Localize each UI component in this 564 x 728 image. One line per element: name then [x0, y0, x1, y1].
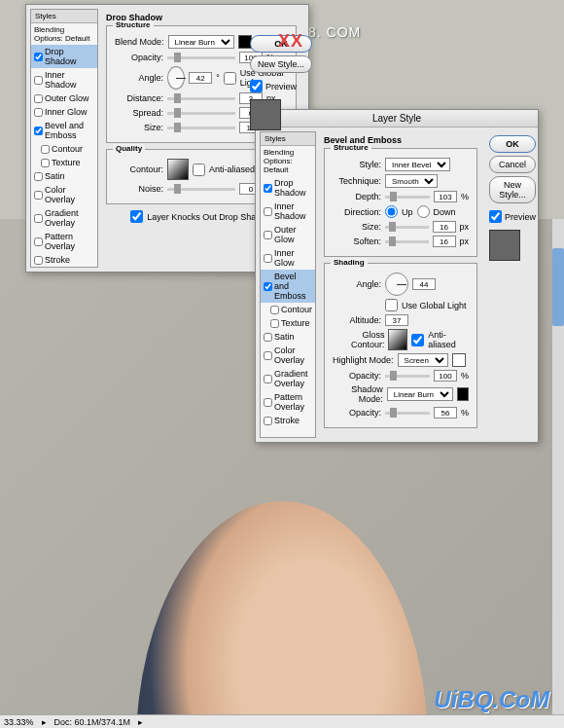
technique-select[interactable]: Smooth: [385, 174, 438, 188]
angle-dial-2[interactable]: [385, 273, 408, 296]
cb-color-overlay[interactable]: [34, 191, 43, 200]
contour-picker[interactable]: [167, 159, 189, 180]
style-blending-2[interactable]: Blending Options: Default: [261, 146, 315, 176]
style-texture-2[interactable]: Texture: [261, 316, 315, 330]
bevel-style-select[interactable]: Inner Bevel: [385, 158, 450, 171]
style-outer-glow-2[interactable]: Outer Glow: [261, 223, 315, 246]
spread-slider[interactable]: [167, 112, 235, 115]
cb-drop-shadow[interactable]: [34, 53, 43, 61]
styles-header[interactable]: Styles: [31, 10, 97, 23]
quality-title: Quality: [113, 144, 145, 153]
cb-pat-overlay[interactable]: [34, 237, 43, 246]
style-stroke[interactable]: Stroke: [31, 253, 97, 267]
cb-outer-glow[interactable]: [34, 94, 43, 103]
style-outer-glow[interactable]: Outer Glow: [31, 91, 97, 105]
style-grad-overlay-2[interactable]: Gradient Overlay: [261, 367, 315, 390]
highlight-mode-select[interactable]: Screen: [398, 353, 448, 367]
cb-contour-2[interactable]: [270, 306, 279, 314]
style-inner-glow-2[interactable]: Inner Glow: [261, 246, 315, 270]
cb-drop-shadow-2[interactable]: [264, 184, 272, 193]
style-stroke-2[interactable]: Stroke: [261, 414, 315, 427]
depth-input[interactable]: [434, 191, 457, 202]
style-bevel-2[interactable]: Bevel and Emboss: [261, 270, 315, 303]
noise-slider[interactable]: [167, 188, 235, 191]
scrollbar-thumb[interactable]: [552, 248, 564, 326]
style-inner-glow[interactable]: Inner Glow: [31, 105, 97, 119]
sh-opacity-input[interactable]: [434, 407, 457, 419]
style-inner-shadow[interactable]: Inner Shadow: [31, 68, 97, 91]
distance-slider[interactable]: [167, 97, 235, 100]
radio-down[interactable]: [417, 205, 430, 218]
vertical-scrollbar[interactable]: [552, 219, 564, 714]
cb-texture-2[interactable]: [270, 319, 279, 328]
play-icon-2[interactable]: ▸: [138, 717, 143, 727]
cb-knockout[interactable]: [130, 210, 143, 223]
style-bevel[interactable]: Bevel and Emboss: [31, 119, 97, 142]
cb-inner-shadow-2[interactable]: [264, 207, 272, 216]
style-grad-overlay[interactable]: Gradient Overlay: [31, 206, 97, 230]
shadow-color-swatch-2[interactable]: [457, 387, 469, 401]
style-contour-2[interactable]: Contour: [261, 303, 315, 316]
cb-texture[interactable]: [41, 159, 50, 167]
style-color-overlay-2[interactable]: Color Overlay: [261, 344, 315, 367]
style-satin-2[interactable]: Satin: [261, 330, 315, 344]
style-color-overlay[interactable]: Color Overlay: [31, 183, 97, 206]
new-style-button[interactable]: New Style...: [250, 55, 312, 73]
zoom-level[interactable]: 33.33%: [4, 717, 34, 727]
style-texture[interactable]: Texture: [31, 156, 97, 169]
style-blending[interactable]: Blending Options: Default: [31, 23, 97, 45]
cb-preview[interactable]: [250, 80, 263, 92]
angle-dial[interactable]: [167, 66, 185, 90]
cb-inner-glow-2[interactable]: [264, 254, 272, 263]
hl-opacity-slider[interactable]: [385, 375, 430, 378]
style-pat-overlay[interactable]: Pattern Overlay: [31, 230, 97, 253]
bevel-size-slider[interactable]: [385, 226, 428, 229]
cb-pat-overlay-2[interactable]: [264, 398, 272, 407]
sh-opacity-slider[interactable]: [385, 412, 430, 415]
bevel-size-input[interactable]: [433, 221, 456, 233]
style-drop-shadow-2[interactable]: Drop Shadow: [261, 176, 315, 200]
cb-anti-aliased-2[interactable]: [411, 334, 424, 346]
radio-up[interactable]: [385, 205, 398, 218]
cb-inner-shadow[interactable]: [34, 76, 43, 85]
play-icon[interactable]: ▸: [42, 717, 47, 727]
cb-satin-2[interactable]: [264, 333, 272, 342]
soften-input[interactable]: [433, 236, 456, 247]
style-drop-shadow[interactable]: Drop Shadow: [31, 45, 97, 68]
depth-slider[interactable]: [385, 196, 430, 199]
cb-color-overlay-2[interactable]: [264, 351, 272, 360]
new-style-button-2[interactable]: New Style...: [489, 176, 536, 203]
ok-button-2[interactable]: OK: [489, 135, 536, 153]
styles-header-2[interactable]: Styles: [261, 132, 315, 146]
cb-inner-glow[interactable]: [34, 108, 43, 117]
highlight-color-swatch[interactable]: [452, 353, 466, 367]
cb-outer-glow-2[interactable]: [264, 231, 272, 239]
gloss-contour-picker[interactable]: [388, 329, 407, 350]
cb-stroke-2[interactable]: [264, 417, 272, 425]
style-inner-shadow-2[interactable]: Inner Shadow: [261, 200, 315, 223]
cb-global-light-2[interactable]: [385, 299, 398, 311]
cb-grad-overlay-2[interactable]: [264, 375, 272, 383]
altitude-input[interactable]: [385, 314, 408, 326]
style-contour[interactable]: Contour: [31, 142, 97, 156]
cancel-button-2[interactable]: Cancel: [489, 156, 536, 173]
angle-input-2[interactable]: [412, 278, 436, 290]
soften-slider[interactable]: [385, 240, 428, 243]
cb-satin[interactable]: [34, 172, 43, 181]
cb-grad-overlay[interactable]: [34, 214, 43, 223]
size-slider[interactable]: [167, 127, 235, 129]
cb-bevel[interactable]: [34, 127, 43, 135]
cb-global-light[interactable]: [224, 72, 236, 85]
opacity-slider[interactable]: [167, 56, 235, 59]
hl-opacity-input[interactable]: [434, 370, 457, 382]
shadow-mode-select[interactable]: Linear Burn: [387, 387, 453, 401]
cb-anti-aliased[interactable]: [193, 164, 205, 176]
style-satin[interactable]: Satin: [31, 169, 97, 183]
style-pat-overlay-2[interactable]: Pattern Overlay: [261, 390, 315, 414]
cb-preview-2[interactable]: [489, 210, 502, 223]
angle-input[interactable]: [189, 72, 212, 84]
cb-contour[interactable]: [41, 145, 50, 154]
cb-stroke[interactable]: [34, 256, 43, 265]
blend-mode-select[interactable]: Linear Burn: [168, 35, 234, 49]
cb-bevel-2[interactable]: [264, 282, 272, 291]
